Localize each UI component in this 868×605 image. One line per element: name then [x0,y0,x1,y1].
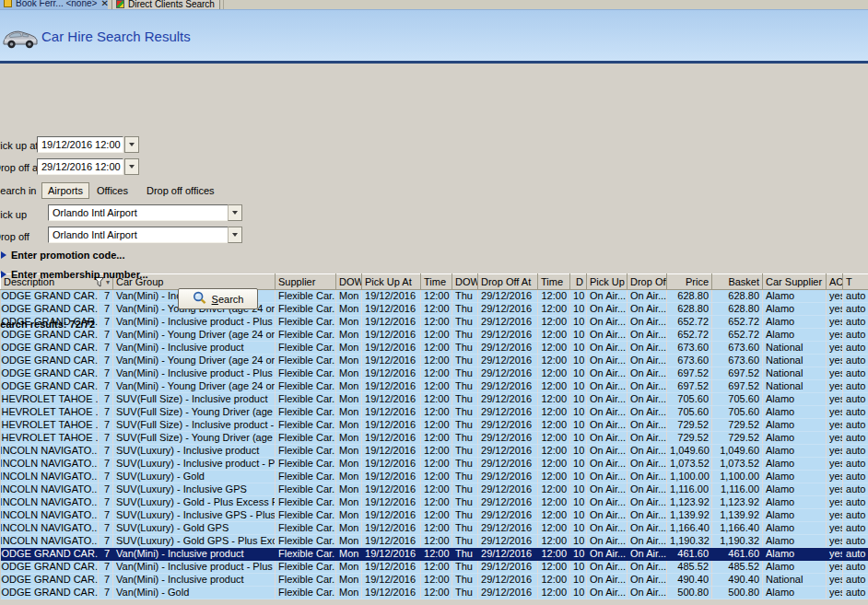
cell-pick-up-at: 19/12/2016 [362,471,421,483]
col-header-basket[interactable]: Basket [712,274,763,290]
table-row[interactable]: DODGE GRAND CAR...7Van(Mini) - Young Dri… [1,380,868,393]
cell-time-in: 12:00 [538,548,570,561]
table-row[interactable]: DODGE GRAND CAR...7Van(Mini) - Inclusive… [1,367,868,380]
col-header-time[interactable]: Time [421,274,452,290]
cell-ac: yes [827,380,843,393]
col-header-drop-off[interactable]: Drop Off [628,274,667,290]
cell-drop-off-at: 29/12/2016 [478,574,538,587]
chevron-down-icon[interactable] [124,136,139,153]
search-in-option-airports[interactable]: Airports [41,182,89,199]
tab-label: Direct Clients Search [128,0,215,9]
cell-price: 1,166.40 [667,522,712,535]
membership-number-expander[interactable]: Enter membership number... [1,269,148,280]
cell-days: 10 [570,290,587,303]
col-header-dow[interactable]: DOW [452,274,478,290]
pick-up-combo[interactable]: Orlando Intl Airport [48,204,242,221]
table-row[interactable]: DODGE GRAND CAR...7Van(Mini) - Inclusive… [1,561,868,574]
promotion-code-expander[interactable]: Enter promotion code... [1,250,124,261]
cell-dow-in: Thu [452,522,478,535]
col-header-price[interactable]: Price [667,274,712,290]
cell-drop-off-at: 29/12/2016 [478,432,538,445]
table-row[interactable]: CHEVROLET TAHOE ...7SUV(Full Size) - Inc… [1,393,868,406]
close-icon[interactable]: ✕ [100,0,108,7]
table-row[interactable]: DODGE GRAND CAR...7Van(Mini) - Young Dri… [1,303,868,316]
col-header-t[interactable]: T [843,274,868,290]
cell-car-supplier: National [763,380,827,393]
cell-pick-up-at: 19/12/2016 [362,509,421,522]
triangle-right-icon [1,251,6,259]
table-row[interactable]: DODGE GRAND CAR...7Van(Mini) - Inclusive… [1,548,868,561]
table-row[interactable]: DODGE GRAND CAR...7Van(Mini) - Inclusive… [1,290,868,303]
drop-off-combo[interactable]: Orlando Intl Airport [48,227,242,243]
search-in-option-drop-off-offices[interactable]: Drop off offices [141,183,220,198]
cell-car-group: SUV(Luxury) - Gold GPS [113,522,276,535]
cell-pick-up-at: 19/12/2016 [362,574,421,587]
table-row[interactable]: LINCOLN NAVIGATO...7SUV(Luxury) - GoldFl… [1,471,868,483]
table-row[interactable]: LINCOLN NAVIGATO...7SUV(Luxury) - Gold -… [1,496,868,509]
cell-supplier: Flexible Car... [276,329,336,342]
table-row[interactable]: DODGE GRAND CAR...7Van(Mini) - Young Dri… [1,329,868,342]
cell-time-in: 12:00 [538,342,570,355]
search-in-option-offices[interactable]: Offices [91,183,134,198]
table-row[interactable]: DODGE GRAND CAR...7Van(Mini) - Inclusive… [1,316,868,329]
cell-pick-up-location: On Air... [587,522,628,535]
col-header-ac[interactable]: AC [827,274,843,290]
cell-car-group-num: 7 [99,574,113,587]
cell-time-in: 12:00 [538,445,570,458]
direct-clients-tab-icon [116,0,124,8]
chevron-down-icon[interactable] [228,227,242,243]
drop-off-value[interactable]: Orlando Intl Airport [48,227,228,243]
cell-pick-up-location: On Air... [587,342,628,355]
page-header: Car Hire Search Results [0,9,868,64]
col-header-pick-up-at[interactable]: Pick Up At [362,274,421,290]
cell-dow-out: Mon [336,406,362,419]
table-row[interactable]: LINCOLN NAVIGATO...7SUV(Luxury) - Gold G… [1,535,868,548]
table-row[interactable]: LINCOLN NAVIGATO...7SUV(Luxury) - Inclus… [1,458,868,471]
cell-car-supplier: Alamo [763,496,827,509]
table-row[interactable]: LINCOLN NAVIGATO...7SUV(Luxury) - Inclus… [1,509,868,522]
cell-transmission: auto [843,445,868,458]
cell-pick-up-location: On Air... [587,445,628,458]
cell-transmission: auto [843,458,868,471]
table-row[interactable]: LINCOLN NAVIGATO...7SUV(Luxury) - Inclus… [1,445,868,458]
pick-up-at-input[interactable]: 19/12/2016 12:00 [37,136,123,153]
cell-car-supplier: Alamo [763,587,827,599]
table-row[interactable]: DODGE GRAND CAR...7Van(Mini) - Inclusive… [1,342,868,355]
table-row[interactable]: DODGE GRAND CAR...7Van(Mini) - Young Dri… [1,355,868,367]
table-row[interactable]: CHEVROLET TAHOE ...7SUV(Full Size) - You… [1,406,868,419]
cell-time-out: 12:00 [421,509,452,522]
cell-days: 10 [570,303,587,316]
cell-car-group-num: 7 [99,496,113,509]
table-row[interactable]: CHEVROLET TAHOE ...7SUV(Full Size) - Inc… [1,419,868,432]
cell-drop-off-location: On Air... [628,548,667,561]
col-header-car-supplier[interactable]: Car Supplier [763,274,827,290]
col-header-pick-up[interactable]: Pick Up [587,274,628,290]
col-header-drop-off-at[interactable]: Drop Off At [478,274,538,290]
table-row[interactable]: DODGE GRAND CAR...7Van(Mini) - Inclusive… [1,574,868,587]
cell-dow-in: Thu [452,329,478,342]
cell-supplier: Flexible Car... [276,367,336,380]
col-header-time[interactable]: Time [538,274,570,290]
table-row[interactable]: DODGE GRAND CAR...7Van(Mini) - GoldFlexi… [1,587,868,599]
table-row[interactable]: LINCOLN NAVIGATO...7SUV(Luxury) - Inclus… [1,483,868,496]
cell-supplier: Flexible Car... [276,432,336,445]
pick-up-value[interactable]: Orlando Intl Airport [48,204,228,221]
cell-dow-in: Thu [452,393,478,406]
cell-drop-off-location: On Air... [628,509,667,522]
chevron-down-icon[interactable] [228,204,242,221]
col-header-dow[interactable]: DOW [336,274,362,290]
cell-car-supplier: Alamo [763,509,827,522]
tab-book-ferry[interactable]: Book Ferr... <none> ✕ [0,0,108,9]
drop-off-at-input[interactable]: 29/12/2016 12:00 [37,158,123,175]
chevron-down-icon[interactable] [124,158,139,175]
cell-pick-up-at: 19/12/2016 [362,342,421,355]
cell-ac: yes [827,445,843,458]
table-row[interactable]: CHEVROLET TAHOE ...7SUV(Full Size) - You… [1,432,868,445]
col-header-d[interactable]: D [570,274,587,290]
tab-direct-clients-search[interactable]: Direct Clients Search [111,0,220,9]
table-row[interactable]: LINCOLN NAVIGATO...7SUV(Luxury) - Gold G… [1,522,868,535]
search-button[interactable]: Search [178,288,258,309]
cell-car-group-num: 7 [99,432,113,445]
cell-drop-off-location: On Air... [628,471,667,483]
col-header-supplier[interactable]: Supplier [276,274,336,290]
